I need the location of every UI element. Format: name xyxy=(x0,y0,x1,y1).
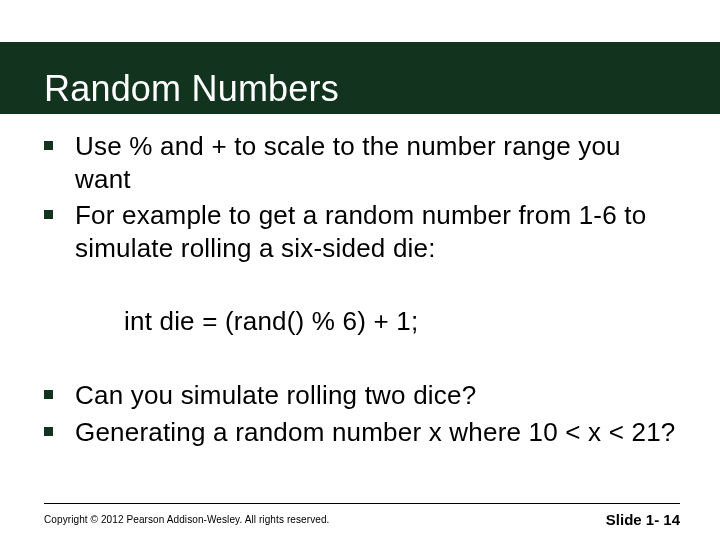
bullet-text: Use % and + to scale to the number range… xyxy=(75,130,680,195)
bullet-square-icon xyxy=(44,210,53,219)
bullet-square-icon xyxy=(44,141,53,150)
bullet-group-2: Can you simulate rolling two dice? Gener… xyxy=(44,379,680,448)
bullet-item: Can you simulate rolling two dice? xyxy=(44,379,680,412)
bullet-text: Generating a random number x where 10 < … xyxy=(75,416,676,449)
copyright-text: Copyright © 2012 Pearson Addison-Wesley.… xyxy=(44,514,329,525)
bullet-square-icon xyxy=(44,390,53,399)
bullet-item: For example to get a random number from … xyxy=(44,199,680,264)
slide-number: Slide 1- 14 xyxy=(606,511,680,528)
slide: Random Numbers Use % and + to scale to t… xyxy=(0,0,720,540)
bullet-text: Can you simulate rolling two dice? xyxy=(75,379,476,412)
bullet-square-icon xyxy=(44,427,53,436)
slide-title: Random Numbers xyxy=(44,68,339,110)
slide-body: Use % and + to scale to the number range… xyxy=(44,130,680,452)
code-line: int die = (rand() % 6) + 1; xyxy=(124,306,680,337)
bullet-item: Generating a random number x where 10 < … xyxy=(44,416,680,449)
title-band: Random Numbers xyxy=(0,42,720,114)
bullet-text: For example to get a random number from … xyxy=(75,199,680,264)
footer: Copyright © 2012 Pearson Addison-Wesley.… xyxy=(44,503,680,530)
bullet-item: Use % and + to scale to the number range… xyxy=(44,130,680,195)
